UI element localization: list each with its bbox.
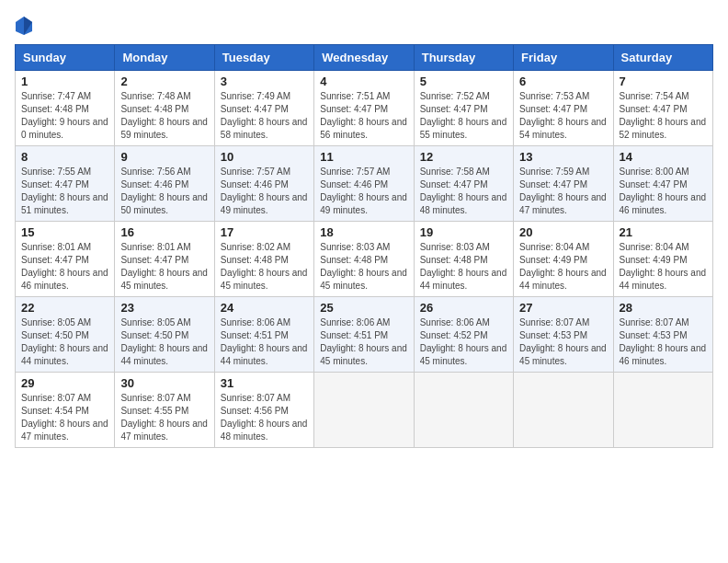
- table-row: 2 Sunrise: 7:48 AM Sunset: 4:48 PM Dayli…: [115, 71, 214, 146]
- day-info: Sunrise: 8:03 AM Sunset: 4:48 PM Dayligh…: [420, 241, 507, 293]
- table-row: 15 Sunrise: 8:01 AM Sunset: 4:47 PM Dayl…: [16, 222, 115, 297]
- day-info: Sunrise: 7:49 AM Sunset: 4:47 PM Dayligh…: [221, 90, 308, 142]
- day-info: Sunrise: 8:07 AM Sunset: 4:56 PM Dayligh…: [221, 392, 308, 443]
- table-row: 14 Sunrise: 8:00 AM Sunset: 4:47 PM Dayl…: [613, 146, 712, 222]
- day-info: Sunrise: 7:54 AM Sunset: 4:47 PM Dayligh…: [620, 90, 707, 142]
- day-info: Sunrise: 7:51 AM Sunset: 4:47 PM Dayligh…: [320, 90, 407, 142]
- day-info: Sunrise: 8:01 AM Sunset: 4:47 PM Dayligh…: [120, 241, 208, 293]
- day-number: 31: [221, 376, 308, 390]
- table-row: 7 Sunrise: 7:54 AM Sunset: 4:47 PM Dayli…: [613, 71, 712, 146]
- day-number: 12: [420, 150, 507, 164]
- table-row: 9 Sunrise: 7:56 AM Sunset: 4:46 PM Dayli…: [115, 146, 214, 222]
- header-wednesday: Wednesday: [314, 45, 414, 71]
- table-row: 5 Sunrise: 7:52 AM Sunset: 4:47 PM Dayli…: [414, 71, 513, 146]
- logo-icon: [16, 15, 32, 35]
- day-info: Sunrise: 7:52 AM Sunset: 4:47 PM Dayligh…: [420, 90, 507, 142]
- header-friday: Friday: [514, 45, 613, 71]
- day-info: Sunrise: 7:58 AM Sunset: 4:47 PM Dayligh…: [420, 166, 507, 217]
- day-info: Sunrise: 8:07 AM Sunset: 4:54 PM Dayligh…: [21, 392, 108, 443]
- table-row: 31 Sunrise: 8:07 AM Sunset: 4:56 PM Dayl…: [214, 373, 313, 448]
- day-number: 27: [519, 301, 607, 315]
- day-number: 8: [21, 150, 108, 164]
- day-number: 23: [120, 301, 208, 315]
- table-row: 30 Sunrise: 8:07 AM Sunset: 4:55 PM Dayl…: [115, 373, 214, 448]
- table-row: 6 Sunrise: 7:53 AM Sunset: 4:47 PM Dayli…: [514, 71, 613, 146]
- table-row: 4 Sunrise: 7:51 AM Sunset: 4:47 PM Dayli…: [314, 71, 414, 146]
- day-number: 14: [620, 150, 707, 164]
- day-number: 3: [221, 75, 308, 88]
- day-number: 18: [320, 225, 407, 239]
- day-info: Sunrise: 8:07 AM Sunset: 4:55 PM Dayligh…: [120, 392, 208, 443]
- table-row: 22 Sunrise: 8:05 AM Sunset: 4:50 PM Dayl…: [16, 297, 115, 373]
- day-number: 30: [120, 376, 208, 390]
- day-info: Sunrise: 8:03 AM Sunset: 4:48 PM Dayligh…: [320, 241, 407, 293]
- day-number: 6: [519, 75, 607, 88]
- calendar-row: 29 Sunrise: 8:07 AM Sunset: 4:54 PM Dayl…: [16, 373, 713, 448]
- day-number: 28: [620, 301, 707, 315]
- table-row: [613, 373, 712, 448]
- day-number: 1: [21, 75, 108, 88]
- day-info: Sunrise: 8:05 AM Sunset: 4:50 PM Dayligh…: [120, 316, 208, 368]
- day-info: Sunrise: 8:01 AM Sunset: 4:47 PM Dayligh…: [21, 241, 108, 293]
- day-info: Sunrise: 8:00 AM Sunset: 4:47 PM Dayligh…: [620, 166, 707, 217]
- table-row: 26 Sunrise: 8:06 AM Sunset: 4:52 PM Dayl…: [414, 297, 513, 373]
- header-tuesday: Tuesday: [214, 45, 313, 71]
- table-row: 21 Sunrise: 8:04 AM Sunset: 4:49 PM Dayl…: [613, 222, 712, 297]
- calendar-row: 8 Sunrise: 7:55 AM Sunset: 4:47 PM Dayli…: [16, 146, 713, 222]
- day-info: Sunrise: 7:56 AM Sunset: 4:46 PM Dayligh…: [120, 166, 208, 217]
- day-number: 29: [21, 376, 108, 390]
- table-row: 20 Sunrise: 8:04 AM Sunset: 4:49 PM Dayl…: [514, 222, 613, 297]
- day-number: 24: [221, 301, 308, 315]
- header-monday: Monday: [115, 45, 214, 71]
- table-row: 13 Sunrise: 7:59 AM Sunset: 4:47 PM Dayl…: [514, 146, 613, 222]
- day-number: 13: [519, 150, 607, 164]
- day-info: Sunrise: 8:07 AM Sunset: 4:53 PM Dayligh…: [519, 316, 607, 368]
- day-info: Sunrise: 7:48 AM Sunset: 4:48 PM Dayligh…: [120, 90, 208, 142]
- table-row: 19 Sunrise: 8:03 AM Sunset: 4:48 PM Dayl…: [414, 222, 513, 297]
- day-number: 11: [320, 150, 407, 164]
- table-row: 23 Sunrise: 8:05 AM Sunset: 4:50 PM Dayl…: [115, 297, 214, 373]
- table-row: 24 Sunrise: 8:06 AM Sunset: 4:51 PM Dayl…: [214, 297, 313, 373]
- table-row: 11 Sunrise: 7:57 AM Sunset: 4:46 PM Dayl…: [314, 146, 414, 222]
- day-number: 2: [120, 75, 208, 88]
- day-number: 17: [221, 225, 308, 239]
- table-row: 25 Sunrise: 8:06 AM Sunset: 4:51 PM Dayl…: [314, 297, 414, 373]
- header-thursday: Thursday: [414, 45, 513, 71]
- day-number: 10: [221, 150, 308, 164]
- weekday-header-row: Sunday Monday Tuesday Wednesday Thursday…: [16, 45, 713, 71]
- calendar: Sunday Monday Tuesday Wednesday Thursday…: [15, 44, 713, 448]
- day-number: 21: [620, 225, 707, 239]
- table-row: 28 Sunrise: 8:07 AM Sunset: 4:53 PM Dayl…: [613, 297, 712, 373]
- table-row: 18 Sunrise: 8:03 AM Sunset: 4:48 PM Dayl…: [314, 222, 414, 297]
- day-info: Sunrise: 8:06 AM Sunset: 4:52 PM Dayligh…: [420, 316, 507, 368]
- day-number: 16: [120, 225, 208, 239]
- day-info: Sunrise: 7:53 AM Sunset: 4:47 PM Dayligh…: [519, 90, 607, 142]
- calendar-row: 22 Sunrise: 8:05 AM Sunset: 4:50 PM Dayl…: [16, 297, 713, 373]
- header: [15, 15, 713, 35]
- table-row: 1 Sunrise: 7:47 AM Sunset: 4:48 PM Dayli…: [16, 71, 115, 146]
- table-row: [414, 373, 513, 448]
- calendar-row: 1 Sunrise: 7:47 AM Sunset: 4:48 PM Dayli…: [16, 71, 713, 146]
- header-sunday: Sunday: [16, 45, 115, 71]
- day-info: Sunrise: 7:59 AM Sunset: 4:47 PM Dayligh…: [519, 166, 607, 217]
- day-info: Sunrise: 7:57 AM Sunset: 4:46 PM Dayligh…: [221, 166, 308, 217]
- day-number: 26: [420, 301, 507, 315]
- day-number: 4: [320, 75, 407, 88]
- day-number: 9: [120, 150, 208, 164]
- day-number: 25: [320, 301, 407, 315]
- header-saturday: Saturday: [613, 45, 712, 71]
- logo: [15, 15, 33, 35]
- table-row: [514, 373, 613, 448]
- day-number: 22: [21, 301, 108, 315]
- table-row: 27 Sunrise: 8:07 AM Sunset: 4:53 PM Dayl…: [514, 297, 613, 373]
- calendar-row: 15 Sunrise: 8:01 AM Sunset: 4:47 PM Dayl…: [16, 222, 713, 297]
- table-row: 29 Sunrise: 8:07 AM Sunset: 4:54 PM Dayl…: [16, 373, 115, 448]
- day-number: 5: [420, 75, 507, 88]
- table-row: 10 Sunrise: 7:57 AM Sunset: 4:46 PM Dayl…: [214, 146, 313, 222]
- day-info: Sunrise: 7:55 AM Sunset: 4:47 PM Dayligh…: [21, 166, 108, 217]
- table-row: 16 Sunrise: 8:01 AM Sunset: 4:47 PM Dayl…: [115, 222, 214, 297]
- day-info: Sunrise: 8:06 AM Sunset: 4:51 PM Dayligh…: [221, 316, 308, 368]
- day-info: Sunrise: 8:06 AM Sunset: 4:51 PM Dayligh…: [320, 316, 407, 368]
- day-number: 20: [519, 225, 607, 239]
- day-info: Sunrise: 8:02 AM Sunset: 4:48 PM Dayligh…: [221, 241, 308, 293]
